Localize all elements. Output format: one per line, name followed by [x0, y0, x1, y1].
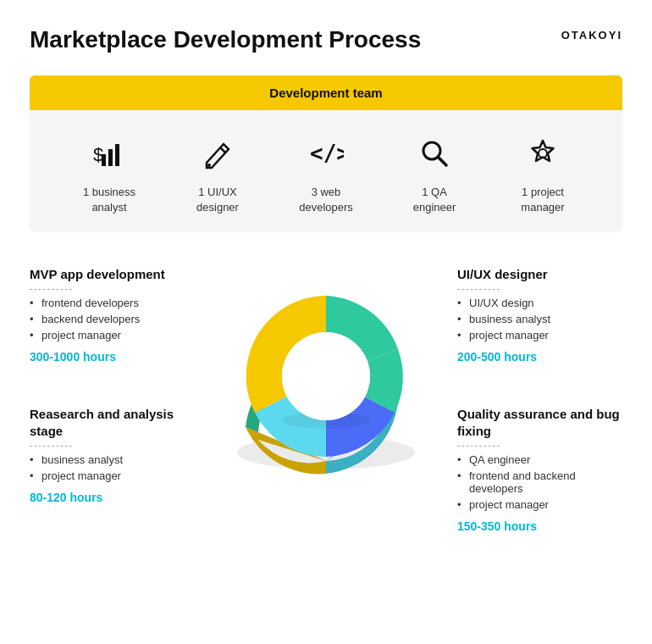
- web-developers-icon: </>: [308, 136, 344, 176]
- mvp-item-1: frontend developers: [30, 295, 195, 311]
- team-section: Development team $ 1 businessanalyst: [30, 75, 622, 232]
- mvp-title: MVP app development: [30, 266, 195, 283]
- project-manager-icon: [525, 136, 561, 176]
- member-project-manager: 1 projectmanager: [500, 136, 585, 215]
- svg-point-4: [207, 164, 211, 167]
- mvp-box: MVP app development frontend developers …: [30, 266, 195, 364]
- uiux-box: UI/UX designer UI/UX design business ana…: [457, 266, 622, 364]
- page-title: Marketplace Development Process: [30, 25, 421, 54]
- donut-chart: [207, 258, 445, 507]
- svg-rect-1: [102, 154, 106, 166]
- research-list: business analyst project manager: [30, 452, 195, 484]
- uiux-item-1: UI/UX design: [457, 295, 622, 311]
- research-item-2: project manager: [30, 468, 195, 484]
- member-label-business-analyst: 1 businessanalyst: [83, 185, 135, 215]
- uiux-item-2: business analyst: [457, 311, 622, 327]
- member-web-developers: </> 3 webdevelopers: [284, 136, 368, 215]
- qa-item-2: frontend and backend developers: [457, 468, 622, 497]
- qa-item-1: QA engineer: [457, 452, 622, 468]
- qa-list: QA engineer frontend and backend develop…: [457, 452, 622, 513]
- svg-rect-3: [115, 144, 119, 166]
- qa-title: Quality assurance and bug fixing: [457, 406, 622, 439]
- uiux-hours: 200-500 hours: [457, 350, 622, 364]
- uiux-title: UI/UX designer: [457, 266, 622, 283]
- member-business-analyst: $ 1 businessanalyst: [67, 136, 152, 215]
- business-analyst-icon: $: [91, 136, 127, 176]
- uiux-list: UI/UX design business analyst project ma…: [457, 295, 622, 343]
- member-label-uiux: 1 UI/UXdesigner: [196, 185, 239, 215]
- svg-point-11: [282, 332, 370, 420]
- svg-text:</>: </>: [310, 141, 344, 166]
- member-qa-engineer: 1 QAengineer: [392, 136, 477, 215]
- team-header: Development team: [30, 75, 622, 110]
- mvp-hours: 300-1000 hours: [30, 350, 195, 364]
- research-title: Reasearch and analysis stage: [30, 406, 195, 439]
- qa-box: Quality assurance and bug fixing QA engi…: [457, 406, 622, 533]
- uiux-designer-icon: [200, 136, 235, 176]
- research-item-1: business analyst: [30, 452, 195, 468]
- qa-item-3: project manager: [457, 497, 622, 513]
- member-uiux-designer: 1 UI/UXdesigner: [175, 136, 260, 215]
- mvp-list: frontend developers backend developers p…: [30, 295, 195, 343]
- research-hours: 80-120 hours: [30, 491, 195, 504]
- member-label-qa: 1 QAengineer: [413, 185, 456, 215]
- member-label-pm: 1 projectmanager: [521, 185, 564, 215]
- svg-rect-2: [108, 149, 113, 166]
- mvp-item-2: backend developers: [30, 311, 195, 327]
- member-label-web-dev: 3 webdevelopers: [299, 185, 353, 215]
- mvp-item-3: project manager: [30, 327, 195, 343]
- research-box: Reasearch and analysis stage business an…: [30, 406, 195, 504]
- uiux-item-3: project manager: [457, 327, 622, 343]
- page-header: Marketplace Development Process OTAKOYI: [30, 25, 622, 54]
- team-members-list: $ 1 businessanalyst 1 UI/UXdesigner: [30, 127, 622, 215]
- brand-logo: OTAKOYI: [561, 29, 622, 42]
- qa-engineer-icon: [417, 136, 452, 176]
- qa-hours: 150-350 hours: [457, 519, 622, 533]
